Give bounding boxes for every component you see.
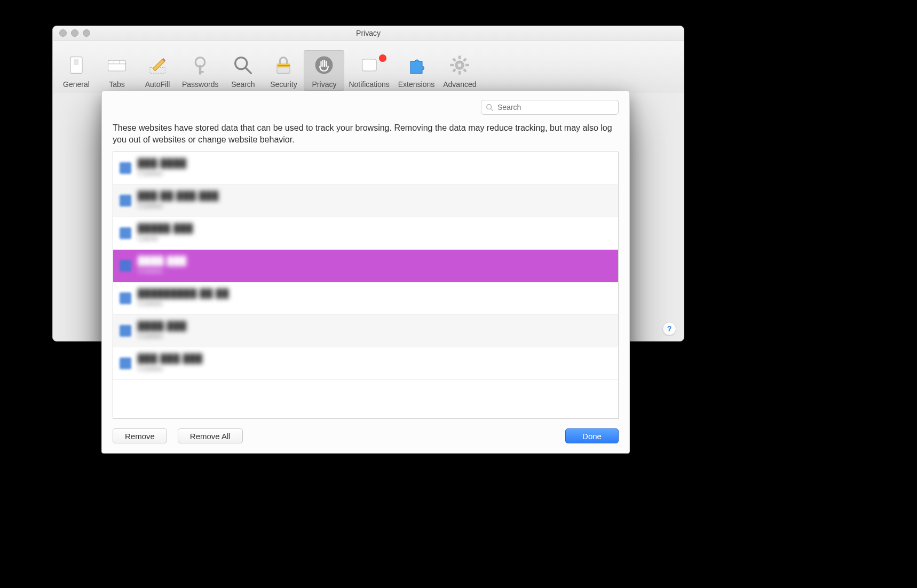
globe-icon (120, 162, 131, 174)
tab-label: AutoFill (145, 80, 170, 89)
tab-label: Search (231, 80, 255, 89)
hand-icon (312, 53, 336, 77)
website-data-list[interactable]: ███.████ Cookies ███.██.███.███ Cookies … (113, 152, 619, 419)
tab-notifications[interactable]: Notifications (344, 50, 393, 91)
globe-icon (120, 292, 131, 304)
svg-rect-8 (199, 65, 201, 75)
svg-rect-9 (199, 71, 204, 73)
globe-icon (120, 325, 131, 337)
site-domain: ████.███ (138, 321, 187, 331)
list-item[interactable]: ███.███.███ Cookies (113, 347, 618, 380)
list-item[interactable]: ████.███ Cookies (113, 315, 618, 347)
list-item[interactable]: ███.████ Cookies (113, 152, 618, 185)
close-window-button[interactable] (59, 29, 67, 37)
done-button[interactable]: Done (565, 428, 619, 443)
svg-point-26 (458, 63, 462, 67)
svg-line-24 (464, 59, 466, 61)
globe-icon (120, 260, 131, 272)
titlebar: Privacy (53, 26, 684, 41)
gear-icon (448, 53, 471, 77)
globe-icon (120, 227, 131, 239)
list-item[interactable]: ███.██.███.███ Cookies (113, 185, 618, 217)
tab-label: Passwords (182, 80, 218, 89)
svg-line-23 (464, 69, 466, 71)
tab-search[interactable]: Search (223, 50, 263, 91)
zoom-window-button[interactable] (83, 29, 90, 37)
tab-security[interactable]: Security (263, 50, 304, 91)
site-data-type: Cookies (138, 299, 229, 307)
pencil-icon (146, 53, 169, 77)
preferences-toolbar: General Tabs AutoFill Passwords Search (53, 41, 684, 92)
tabs-icon (105, 53, 129, 77)
site-data-type: Cookies (138, 202, 219, 210)
tab-label: Advanced (443, 80, 476, 89)
notification-icon (358, 53, 381, 77)
tab-autofill[interactable]: AutoFill (137, 50, 178, 91)
key-icon (188, 53, 212, 77)
minimize-window-button[interactable] (71, 29, 78, 37)
globe-icon (120, 195, 131, 206)
tab-advanced[interactable]: Advanced (439, 50, 480, 91)
tab-extensions[interactable]: Extensions (394, 50, 439, 91)
site-domain: ███.███.███ (138, 354, 203, 363)
tab-label: General (63, 80, 90, 89)
site-data-type: Cookies (138, 169, 187, 177)
tab-tabs[interactable]: Tabs (97, 50, 137, 91)
search-field[interactable] (481, 100, 619, 115)
list-item[interactable]: █████.███ Cache (113, 217, 618, 250)
globe-icon (120, 357, 131, 369)
search-icon (231, 53, 255, 77)
notification-badge-icon (379, 54, 386, 62)
tab-passwords[interactable]: Passwords (178, 50, 223, 91)
manage-website-data-sheet: These websites have stored data that can… (101, 91, 630, 454)
search-input[interactable] (496, 102, 614, 112)
svg-rect-16 (362, 59, 376, 71)
svg-rect-2 (108, 60, 126, 71)
tab-label: Privacy (312, 80, 337, 89)
list-item[interactable]: █████████.██.██ Cookies (113, 282, 618, 315)
tab-label: Notifications (349, 80, 389, 89)
svg-line-28 (491, 109, 493, 111)
tab-general[interactable]: General (56, 50, 97, 91)
site-data-type: Cookies (138, 267, 187, 275)
help-button[interactable]: ? (662, 322, 676, 336)
sheet-description: These websites have stored data that can… (113, 122, 619, 146)
site-data-type: Cache (138, 234, 193, 242)
site-domain: ████.███ (138, 256, 187, 266)
svg-line-11 (246, 68, 251, 74)
tab-label: Tabs (109, 80, 125, 89)
site-data-type: Cookies (138, 332, 187, 340)
svg-line-25 (453, 69, 455, 71)
switch-icon (65, 53, 88, 77)
tab-privacy[interactable]: Privacy (304, 50, 344, 91)
window-title: Privacy (356, 29, 381, 37)
site-data-type: Cookies (138, 364, 203, 372)
list-item-selected[interactable]: ████.███ Cookies (113, 250, 618, 282)
site-domain: █████.███ (138, 224, 193, 233)
search-icon (486, 104, 493, 111)
site-domain: █████████.██.██ (138, 289, 229, 298)
remove-button[interactable]: Remove (113, 428, 167, 443)
svg-rect-1 (74, 59, 79, 65)
tab-label: Security (270, 80, 297, 89)
remove-all-button[interactable]: Remove All (178, 428, 243, 443)
window-traffic-lights (59, 29, 90, 37)
puzzle-icon (405, 53, 428, 77)
lock-icon (272, 53, 295, 77)
tab-label: Extensions (398, 80, 434, 89)
svg-line-22 (453, 59, 455, 61)
site-domain: ███.████ (138, 158, 187, 168)
site-domain: ███.██.███.███ (138, 191, 219, 201)
